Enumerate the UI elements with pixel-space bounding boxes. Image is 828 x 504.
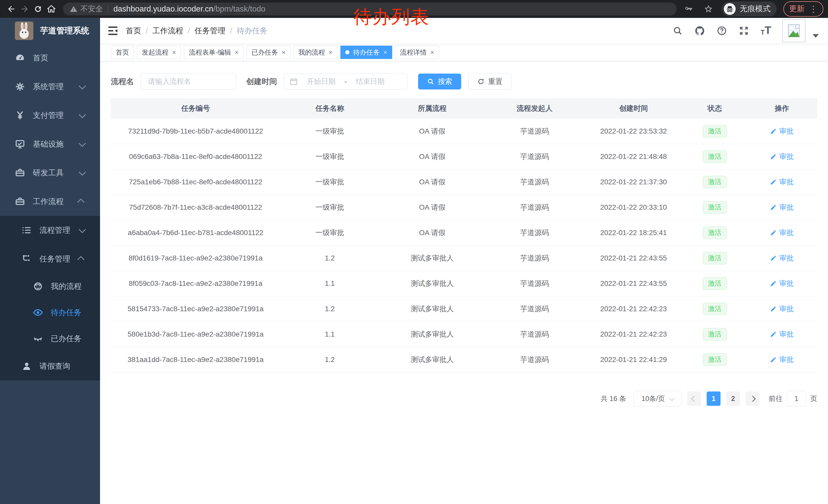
search-button[interactable]: 搜索 (418, 74, 461, 89)
home-icon (47, 4, 56, 13)
tag-process-detail[interactable]: 流程详情× (395, 46, 439, 59)
goto-label: 前往 (769, 394, 783, 403)
tag-my-process[interactable]: 我的流程× (293, 46, 337, 59)
browser-back-button[interactable] (5, 2, 18, 16)
help-button[interactable] (716, 25, 728, 36)
screen: 不安全 dashboard.yudao.iocoder.cn/bpm/task/… (0, 0, 828, 504)
approve-link[interactable]: 审批 (770, 152, 794, 162)
refresh-icon (478, 78, 485, 85)
app-title: 芋道管理系统 (40, 25, 89, 36)
col-initiator: 流程发起人 (485, 98, 584, 119)
yen-icon (15, 110, 25, 121)
breadcrumb-task-management[interactable]: 任务管理 (195, 26, 225, 36)
col-task-id: 任务编号 (111, 98, 280, 119)
page-button-2[interactable]: 2 (726, 392, 740, 406)
col-created: 创建时间 (584, 98, 683, 119)
github-icon (694, 26, 705, 36)
next-page-button[interactable] (746, 392, 759, 406)
tag-home[interactable]: 首页 (111, 46, 134, 59)
page-button-1[interactable]: 1 (707, 392, 720, 406)
sidebar-item-leave-query[interactable]: 请假查询 (0, 352, 100, 380)
sidebar-item-home[interactable]: 首页 (0, 44, 100, 72)
fullscreen-button[interactable] (738, 25, 749, 36)
table-header-row: 任务编号 任务名称 所属流程 流程发起人 创建时间 状态 操作 (111, 98, 817, 119)
tag-done-tasks[interactable]: 已办任务× (247, 46, 290, 59)
browser-home-button[interactable] (45, 2, 58, 16)
approve-link[interactable]: 审批 (770, 126, 794, 136)
header-search-button[interactable] (672, 25, 683, 36)
browser-forward-button[interactable] (18, 2, 31, 16)
github-link-button[interactable] (694, 25, 705, 36)
sidebar-item-system[interactable]: 系统管理 (0, 72, 100, 101)
sidebar-item-process-management[interactable]: 流程管理 (0, 216, 100, 244)
font-size-button[interactable]: TT (760, 25, 772, 36)
sidebar-item-task-management[interactable]: 任务管理 (0, 244, 100, 273)
approve-link[interactable]: 审批 (770, 355, 794, 365)
reset-button[interactable]: 重置 (468, 74, 511, 89)
key-icon (684, 5, 693, 13)
divider (108, 5, 108, 13)
status-badge: 激活 (703, 252, 727, 264)
table-row: 58154733-7ac8-11ec-a9e2-a2380e71991a1.2测… (111, 296, 817, 322)
approve-link[interactable]: 审批 (770, 329, 794, 339)
breadcrumb-home[interactable]: 首页 (126, 26, 141, 36)
edit-icon (770, 179, 777, 185)
sidebar-collapse-button[interactable] (100, 18, 126, 44)
password-key-button[interactable] (682, 2, 695, 16)
close-icon[interactable]: × (172, 49, 176, 56)
tag-form-edit[interactable]: 流程表单-编辑× (184, 46, 243, 59)
search-icon (427, 78, 434, 85)
approve-link[interactable]: 审批 (770, 253, 794, 263)
bookmark-star-button[interactable] (702, 2, 715, 16)
tag-start-process[interactable]: 发起流程× (137, 46, 181, 59)
close-icon[interactable]: × (430, 49, 434, 56)
sidebar-item-todo-tasks[interactable]: 待办任务 (0, 300, 100, 326)
status-badge: 激活 (703, 125, 727, 137)
sidebar-item-workflow[interactable]: 工作流程 (0, 187, 100, 216)
approve-link[interactable]: 审批 (770, 279, 794, 288)
close-icon[interactable]: × (383, 49, 387, 56)
avatar-dropdown-caret[interactable] (813, 34, 819, 38)
process-name-input[interactable] (140, 74, 236, 89)
sidebar-item-payment[interactable]: 支付管理 (0, 101, 100, 130)
col-status: 状态 (683, 98, 747, 119)
sidebar-item-infrastructure[interactable]: 基础设施 (0, 130, 100, 158)
goto-suffix: 页 (810, 394, 817, 403)
approve-link[interactable]: 审批 (770, 228, 794, 238)
gear-icon (15, 82, 25, 92)
goto-page-input[interactable] (787, 391, 806, 406)
browser-reload-button[interactable] (31, 2, 45, 16)
table-row: 8f059c03-7ac8-11ec-a9e2-a2380e71991a1.1测… (111, 271, 817, 296)
close-icon[interactable]: × (235, 49, 239, 56)
table-row: 73211d9d-7b9b-11ec-b5b7-acde48001122一级审批… (111, 119, 817, 144)
page-size-select[interactable]: 10条/页 (633, 391, 681, 406)
tag-todo-tasks[interactable]: 待办任务× (340, 46, 392, 59)
breadcrumb-current: 待办任务 (237, 26, 267, 36)
browser-update-button[interactable]: 更新 ⋮ (783, 1, 823, 17)
url-text: dashboard.yudao.iocoder.cn/bpm/task/todo (113, 4, 265, 13)
sidebar-item-my-process[interactable]: 我的流程 (0, 273, 100, 300)
start-date-input[interactable] (301, 77, 341, 86)
toolbox-icon (15, 168, 25, 178)
star-icon (704, 4, 713, 13)
breadcrumb-workflow[interactable]: 工作流程 (152, 26, 183, 36)
sidebar-item-done-tasks[interactable]: 已办任务 (0, 326, 100, 352)
incognito-label: 无痕模式 (740, 4, 771, 14)
close-icon[interactable]: × (329, 49, 332, 56)
col-actions: 操作 (747, 98, 817, 119)
create-time-range-picker[interactable]: - (284, 74, 407, 89)
edit-icon (770, 229, 777, 236)
approve-link[interactable]: 审批 (770, 202, 794, 212)
prev-page-button[interactable] (687, 392, 701, 406)
close-icon[interactable]: × (282, 49, 286, 56)
sidebar: 芋道管理系统 首页 系统管理 支付管理 基础设施 (0, 18, 100, 504)
sidebar-item-devtools[interactable]: 研发工具 (0, 158, 100, 187)
approve-link[interactable]: 审批 (770, 177, 794, 187)
calendar-icon (290, 78, 298, 86)
edit-icon (770, 255, 777, 262)
end-date-input[interactable] (350, 77, 390, 86)
flow-icon (22, 254, 32, 264)
approve-link[interactable]: 审批 (770, 304, 794, 314)
eye-closed-icon (33, 333, 43, 344)
avatar[interactable] (782, 19, 805, 42)
